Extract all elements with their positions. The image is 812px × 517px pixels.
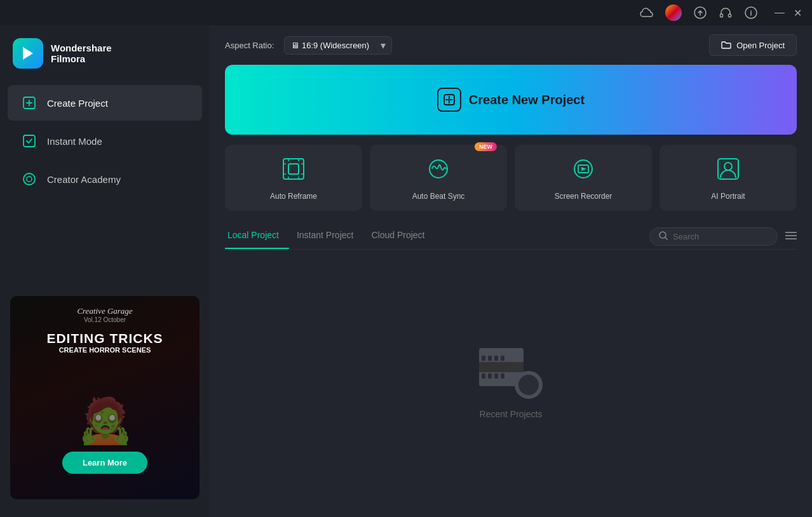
tab-cloud-project[interactable]: Cloud Project — [369, 224, 435, 249]
banner-title: Creative Garage — [77, 306, 132, 316]
svg-marker-15 — [581, 167, 586, 171]
banner-content: Creative Garage Vol.12 October EDITING T… — [10, 296, 200, 499]
svg-rect-1 — [721, 14, 723, 17]
banner-sub-text: CREATE HORROR SCENES — [59, 346, 151, 354]
svg-point-17 — [724, 163, 732, 170]
sidebar-banner: Creative Garage Vol.12 October EDITING T… — [10, 296, 200, 499]
svg-point-7 — [24, 173, 35, 185]
screen-recorder-icon — [572, 158, 595, 185]
instant-mode-icon — [20, 132, 38, 150]
screen-recorder-card[interactable]: Screen Recorder — [515, 145, 652, 211]
headphone-icon[interactable] — [719, 6, 733, 20]
new-badge: New — [475, 142, 497, 151]
empty-state-icon — [479, 348, 543, 399]
creator-academy-icon — [20, 170, 38, 188]
sidebar-item-creator-academy[interactable]: Creator Academy — [8, 161, 202, 197]
screen-recorder-label: Screen Recorder — [555, 192, 612, 201]
banner-main-text: EDITING TRICKS — [46, 331, 163, 346]
auto-beat-sync-label: Auto Beat Sync — [412, 192, 465, 201]
minimize-button[interactable]: — — [775, 7, 785, 19]
svg-point-8 — [27, 177, 32, 182]
folder-icon — [721, 40, 731, 50]
svg-rect-2 — [729, 14, 731, 17]
auto-beat-sync-icon — [427, 158, 450, 185]
aspect-ratio-select[interactable]: 🖥 16:9 (Widescreen) 📱 9:16 (Vertical) ⬜ … — [284, 36, 392, 55]
create-new-project-button[interactable]: Create New Project — [225, 65, 797, 135]
logo-icon — [13, 38, 43, 69]
svg-rect-10 — [283, 159, 304, 179]
empty-state-text: Recent Projects — [480, 409, 543, 419]
sidebar: Wondershare Filmora Create Project Inst — [0, 25, 210, 517]
search-box — [649, 227, 778, 246]
cloud-icon[interactable] — [640, 6, 654, 20]
tab-instant-project[interactable]: Instant Project — [294, 224, 364, 249]
auto-reframe-card[interactable]: Auto Reframe — [225, 145, 362, 211]
app-body: Wondershare Filmora Create Project Inst — [0, 25, 812, 517]
aspect-ratio-wrapper: 🖥 16:9 (Widescreen) 📱 9:16 (Vertical) ⬜ … — [284, 36, 392, 55]
aspect-ratio-label: Aspect Ratio: — [225, 41, 274, 50]
user-avatar[interactable] — [665, 4, 682, 21]
toolbar: Aspect Ratio: 🖥 16:9 (Widescreen) 📱 9:16… — [210, 25, 812, 65]
auto-beat-sync-card[interactable]: New Auto Beat Sync — [370, 145, 507, 211]
film-circle — [515, 371, 543, 399]
upload-icon[interactable] — [693, 6, 707, 20]
svg-rect-11 — [288, 164, 299, 174]
logo-text: Wondershare Filmora — [51, 43, 112, 64]
info-icon[interactable] — [744, 6, 758, 20]
tab-local-project[interactable]: Local Project — [225, 224, 289, 249]
search-icon — [659, 231, 668, 242]
svg-marker-4 — [23, 47, 33, 60]
banner-decoration: 🧟 — [78, 354, 133, 452]
sidebar-item-instant-mode[interactable]: Instant Mode — [8, 123, 202, 159]
create-plus-icon — [437, 88, 461, 112]
banner-subtitle: Vol.12 October — [84, 316, 126, 323]
svg-rect-6 — [24, 135, 35, 147]
learn-more-button[interactable]: Learn More — [62, 452, 147, 474]
close-button[interactable]: ✕ — [794, 7, 802, 19]
open-project-button[interactable]: Open Project — [709, 34, 797, 56]
ai-portrait-icon — [717, 158, 740, 185]
ai-portrait-label: AI Portrait — [711, 192, 745, 201]
search-input[interactable] — [673, 232, 768, 241]
auto-reframe-label: Auto Reframe — [270, 192, 317, 201]
projects-tabs: Local Project Instant Project Cloud Proj… — [225, 224, 797, 250]
create-project-label: Create New Project — [469, 93, 585, 107]
sidebar-item-create-project[interactable]: Create Project — [8, 85, 202, 121]
window-controls: — ✕ — [775, 7, 802, 19]
empty-state: Recent Projects — [225, 250, 797, 517]
title-bar: — ✕ — [0, 0, 812, 25]
feature-cards: Auto Reframe New Auto Beat Sync — [225, 145, 797, 211]
list-view-button[interactable] — [785, 230, 797, 243]
auto-reframe-icon — [282, 158, 305, 185]
main-content: Aspect Ratio: 🖥 16:9 (Widescreen) 📱 9:16… — [210, 25, 812, 517]
projects-section: Local Project Instant Project Cloud Proj… — [225, 224, 797, 517]
app-logo: Wondershare Filmora — [0, 33, 210, 84]
create-project-icon — [20, 94, 38, 112]
ai-portrait-card[interactable]: AI Portrait — [660, 145, 797, 211]
